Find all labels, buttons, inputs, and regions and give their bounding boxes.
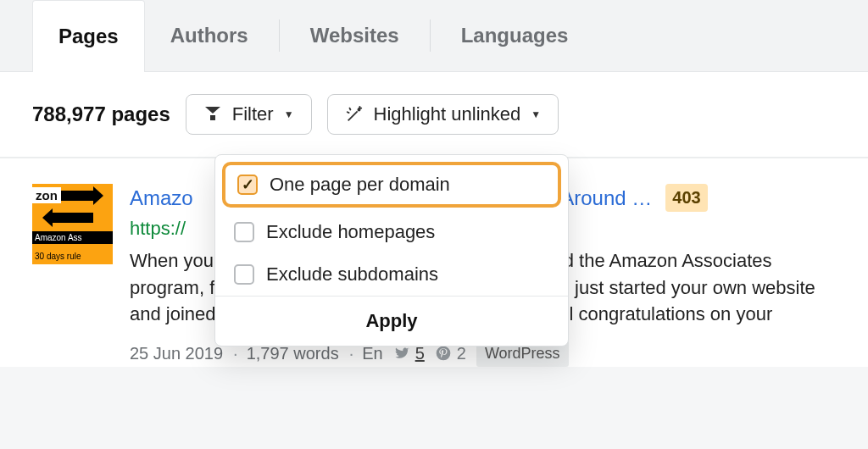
filter-button[interactable]: Filter ▼: [186, 94, 312, 135]
highlight-label: Highlight unlinked: [374, 103, 521, 125]
chevron-down-icon: ▼: [531, 108, 541, 120]
thumb-text: zon: [32, 187, 61, 203]
tab-websites[interactable]: Websites: [285, 0, 425, 72]
twitter-icon: [393, 345, 410, 362]
filter-icon: [203, 105, 222, 124]
svg-point-1: [436, 346, 450, 361]
chevron-down-icon: ▼: [284, 108, 294, 120]
status-badge: 403: [665, 184, 707, 212]
filter-option-exclude-subdomains[interactable]: Exclude subdomains: [215, 253, 568, 296]
filter-label: Filter: [232, 103, 274, 125]
option-label: Exclude subdomains: [266, 263, 438, 285]
filter-option-exclude-homepages[interactable]: Exclude homepages: [215, 211, 568, 253]
checkbox-icon[interactable]: [234, 222, 254, 242]
tab-languages[interactable]: Languages: [436, 0, 594, 72]
option-label: One page per domain: [270, 174, 450, 196]
arrow-icon: [61, 191, 95, 201]
result-thumbnail[interactable]: zon Amazon Ass 30 days rule: [32, 184, 113, 264]
checkbox-checked-icon[interactable]: [237, 175, 258, 195]
apply-button[interactable]: Apply: [215, 296, 568, 346]
filter-dropdown: One page per domain Exclude homepages Ex…: [214, 154, 569, 346]
thumb-band: Amazon Ass: [32, 231, 113, 244]
tab-pages[interactable]: Pages: [32, 0, 145, 72]
thumb-rule: 30 days rule: [35, 252, 81, 261]
filter-option-one-per-domain[interactable]: One page per domain: [222, 162, 561, 208]
magic-wand-icon: [345, 105, 364, 124]
separator: [430, 19, 431, 52]
title-fragment: Amazo: [130, 186, 193, 209]
url-fragment: https://: [130, 218, 186, 239]
tabs-bar: Pages Authors Websites Languages: [0, 0, 868, 72]
toolbar: 788,977 pages Filter ▼ Highlight unlinke…: [0, 72, 868, 158]
highlight-unlinked-button[interactable]: Highlight unlinked ▼: [327, 94, 559, 135]
result-date: 25 Jun 2019: [130, 341, 223, 366]
option-label: Exclude homepages: [266, 221, 435, 243]
pinterest-icon: [435, 345, 452, 362]
arrow-icon: [51, 213, 93, 223]
separator: [279, 19, 280, 52]
result-count: 788,977 pages: [32, 103, 170, 126]
checkbox-icon[interactable]: [234, 264, 254, 285]
tab-authors[interactable]: Authors: [145, 0, 274, 72]
